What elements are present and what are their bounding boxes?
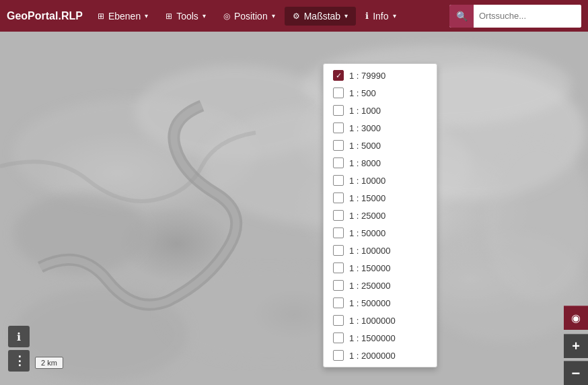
position-icon: ◎	[223, 11, 230, 21]
dropdown-label-12: 1 : 250000	[349, 281, 390, 291]
zoom-out-icon: −	[572, 365, 581, 382]
dropdown-item-3[interactable]: 1 : 3000	[324, 119, 437, 137]
dropdown-label-14: 1 : 1000000	[349, 316, 396, 326]
dropdown-label-10: 1 : 100000	[349, 246, 390, 256]
check-icon-10	[333, 245, 344, 256]
ebenen-caret: ▾	[145, 12, 148, 20]
check-icon-0	[333, 70, 344, 81]
search-input[interactable]	[474, 5, 581, 28]
dropdown-item-11[interactable]: 1 : 150000	[324, 259, 437, 277]
dropdown-item-16[interactable]: 1 : 2000000	[324, 347, 437, 364]
tools-icon: ⊞	[166, 11, 172, 21]
check-icon-3	[333, 123, 344, 133]
map-controls-left: ℹ ⋮	[8, 326, 30, 372]
position-caret: ▾	[272, 12, 275, 20]
brand-logo: GeoPortal.RLP	[7, 10, 83, 22]
check-icon-5	[333, 158, 344, 168]
scale-bar-label: 2 km	[41, 359, 57, 367]
ebenen-icon: ⊞	[98, 11, 104, 21]
check-icon-16	[333, 350, 344, 361]
dropdown-label-13: 1 : 500000	[349, 298, 390, 308]
search-icon: 🔍	[456, 11, 468, 22]
nav-btn-position[interactable]: ◎ Position ▾	[215, 7, 283, 26]
nav-btn-tools[interactable]: ⊞ Tools ▾	[157, 7, 214, 26]
dropdown-item-8[interactable]: 1 : 25000	[324, 207, 437, 224]
check-icon-15	[333, 332, 344, 343]
check-icon-8	[333, 210, 344, 221]
dropdown-item-1[interactable]: 1 : 500	[324, 84, 437, 102]
check-icon-1	[333, 88, 344, 98]
dropdown-item-0[interactable]: 1 : 79990	[324, 67, 437, 84]
dropdown-label-11: 1 : 150000	[349, 263, 390, 273]
zoom-in-icon: +	[572, 339, 580, 354]
dropdown-label-8: 1 : 25000	[349, 211, 385, 221]
map-svg	[0, 32, 588, 385]
dropdown-label-4: 1 : 5000	[349, 141, 381, 151]
dropdown-label-2: 1 : 1000	[349, 106, 381, 116]
dropdown-item-9[interactable]: 1 : 50000	[324, 224, 437, 242]
nav-btn-ebenen[interactable]: ⊞ Ebenen ▾	[89, 7, 156, 26]
dropdown-item-10[interactable]: 1 : 100000	[324, 242, 437, 259]
massstab-dropdown: 1 : 799901 : 5001 : 10001 : 30001 : 5000…	[323, 63, 437, 368]
dropdown-label-15: 1 : 1500000	[349, 333, 396, 343]
dropdown-label-9: 1 : 50000	[349, 228, 385, 238]
check-icon-11	[333, 262, 344, 273]
dropdown-item-12[interactable]: 1 : 250000	[324, 277, 437, 294]
dropdown-label-1: 1 : 500	[349, 88, 376, 98]
nav-menu: ⊞ Ebenen ▾ ⊞ Tools ▾ ◎ Position ▾ ⚙ Maßs…	[89, 7, 449, 26]
location-icon: ◉	[571, 312, 581, 324]
dropdown-item-4[interactable]: 1 : 5000	[324, 137, 437, 154]
info-nav-icon: ℹ	[365, 11, 369, 21]
dropdown-label-6: 1 : 10000	[349, 176, 385, 186]
tools-caret: ▾	[203, 12, 206, 20]
dropdown-item-2[interactable]: 1 : 1000	[324, 102, 437, 119]
nav-btn-info[interactable]: ℹ Info ▾	[357, 7, 404, 26]
dropdown-item-13[interactable]: 1 : 500000	[324, 294, 437, 312]
dropdown-item-7[interactable]: 1 : 15000	[324, 189, 437, 207]
map-container[interactable]: 1 : 799901 : 5001 : 10001 : 30001 : 5000…	[0, 32, 588, 385]
info-caret: ▾	[393, 12, 396, 20]
check-icon-14	[333, 315, 344, 326]
check-icon-12	[333, 280, 344, 291]
svg-point-9	[484, 139, 588, 301]
dropdown-label-7: 1 : 15000	[349, 193, 385, 203]
massstab-icon: ⚙	[293, 11, 300, 21]
scale-bar: 2 km	[35, 357, 63, 369]
menu-map-button[interactable]: ⋮	[8, 350, 30, 372]
zoom-out-button[interactable]: −	[564, 361, 588, 385]
dropdown-item-15[interactable]: 1 : 1500000	[324, 329, 437, 347]
dropdown-label-5: 1 : 8000	[349, 158, 381, 168]
info-map-icon: ℹ	[17, 330, 21, 343]
check-icon-7	[333, 193, 344, 203]
info-map-button[interactable]: ℹ	[8, 326, 30, 347]
zoom-in-button[interactable]: +	[564, 334, 588, 358]
check-icon-13	[333, 298, 344, 308]
location-button[interactable]: ◉	[564, 306, 588, 330]
check-icon-6	[333, 175, 344, 186]
check-icon-2	[333, 105, 344, 116]
nav-btn-massstab[interactable]: ⚙ Maßstab ▾	[285, 7, 356, 26]
dropdown-item-6[interactable]: 1 : 10000	[324, 172, 437, 189]
dropdown-item-14[interactable]: 1 : 1000000	[324, 312, 437, 329]
dropdown-label-16: 1 : 2000000	[349, 351, 396, 361]
dropdown-label-3: 1 : 3000	[349, 123, 381, 133]
check-icon-9	[333, 228, 344, 238]
massstab-caret: ▾	[344, 12, 348, 20]
navbar: GeoPortal.RLP ⊞ Ebenen ▾ ⊞ Tools ▾ ◎ Pos…	[0, 0, 588, 32]
search-bar: 🔍	[449, 5, 581, 28]
menu-map-icon: ⋮	[13, 353, 25, 368]
dropdown-item-5[interactable]: 1 : 8000	[324, 154, 437, 172]
dropdown-label-0: 1 : 79990	[349, 71, 385, 81]
search-button[interactable]: 🔍	[449, 5, 474, 28]
check-icon-4	[333, 140, 344, 151]
